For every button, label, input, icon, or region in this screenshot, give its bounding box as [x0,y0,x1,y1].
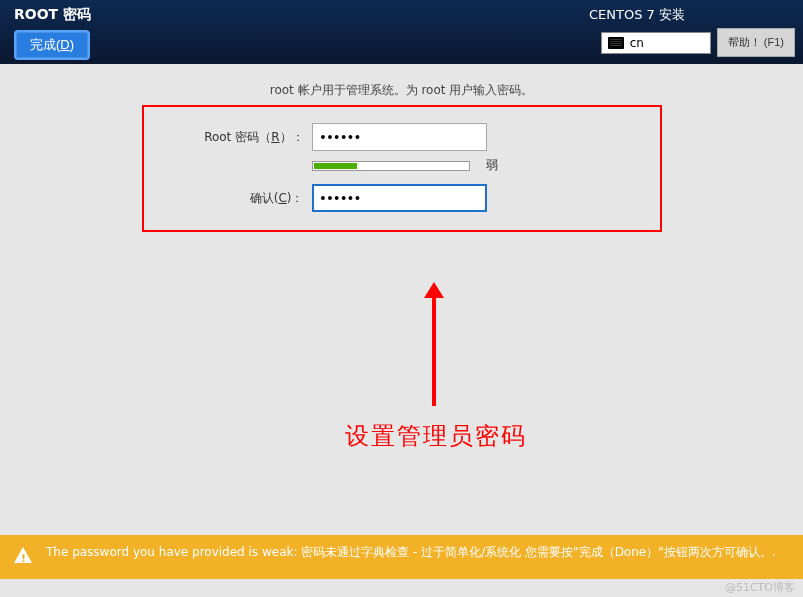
confirm-password-input[interactable] [312,184,487,212]
keyboard-layout-selector[interactable]: cn [601,32,711,54]
password-strength-meter [312,161,470,171]
keyboard-icon [608,37,624,49]
instruction-text: root 帐户用于管理系统。为 root 用户输入密码。 [0,82,803,99]
keyboard-layout-label: cn [630,36,644,50]
content-area: root 帐户用于管理系统。为 root 用户输入密码。 Root 密码（R）：… [0,64,803,232]
installer-title: CENTOS 7 安装 [589,6,685,24]
password-strength-label: 弱 [486,157,498,174]
watermark: @51CTO博客 [725,580,795,595]
strength-row: 弱 [162,157,642,174]
top-bar: ROOT 密码 完成(D) CENTOS 7 安装 cn 帮助！ (F1) [0,0,803,64]
confirm-label: 确认(C)： [162,190,312,207]
page-title: ROOT 密码 [8,4,97,26]
top-right-row: cn 帮助！ (F1) [601,28,795,57]
password-row: Root 密码（R）： [162,123,642,151]
confirm-row: 确认(C)： [162,184,642,212]
password-label: Root 密码（R）： [162,129,312,146]
warning-icon [14,547,32,563]
warning-text: The password you have provided is weak: … [46,543,776,562]
password-form: Root 密码（R）： 弱 确认(C)： [142,105,662,232]
done-button[interactable]: 完成(D) [14,30,90,60]
annotation-arrow [432,296,436,406]
warning-bar: The password you have provided is weak: … [0,535,803,579]
annotation-text: 设置管理员密码 [345,420,527,452]
top-left: ROOT 密码 完成(D) [8,4,97,60]
help-button[interactable]: 帮助！ (F1) [717,28,795,57]
top-right: CENTOS 7 安装 cn 帮助！ (F1) [589,4,795,57]
root-password-input[interactable] [312,123,487,151]
done-button-label: 完成(D) [30,37,74,52]
password-strength-fill [314,163,358,169]
